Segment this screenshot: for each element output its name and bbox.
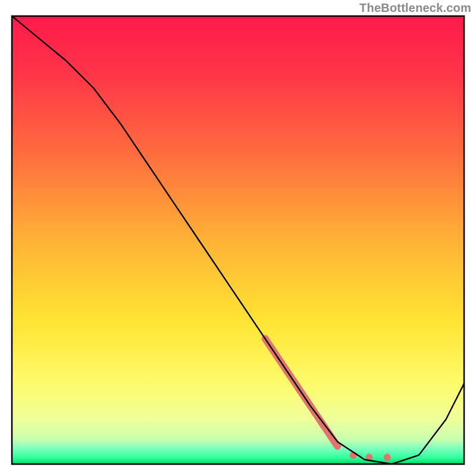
marker-dot — [384, 454, 391, 461]
gradient-background — [12, 16, 464, 464]
chart-stage: TheBottleneck.com — [0, 0, 476, 476]
attribution-label: TheBottleneck.com — [359, 1, 471, 15]
bottleneck-chart — [0, 0, 476, 476]
